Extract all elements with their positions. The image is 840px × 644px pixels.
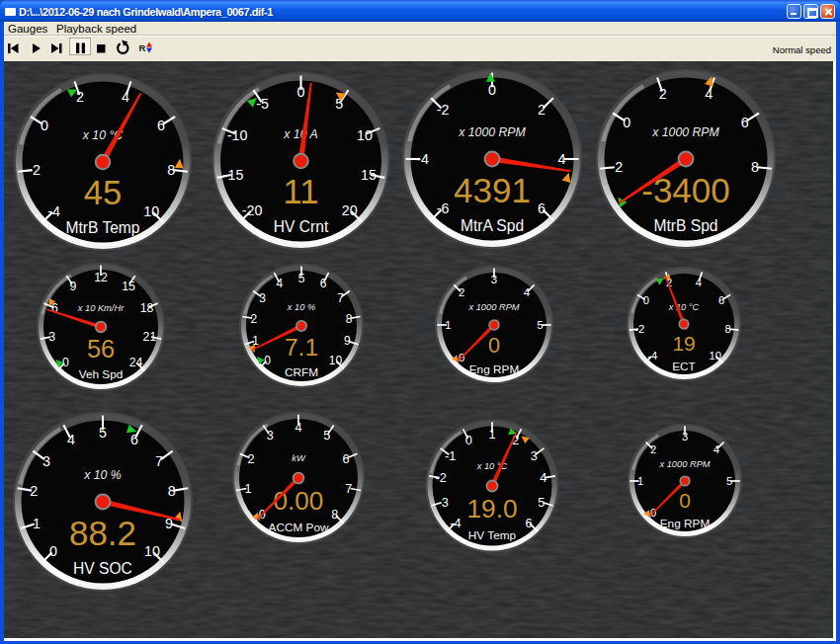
svg-text:R: R — [139, 42, 146, 53]
